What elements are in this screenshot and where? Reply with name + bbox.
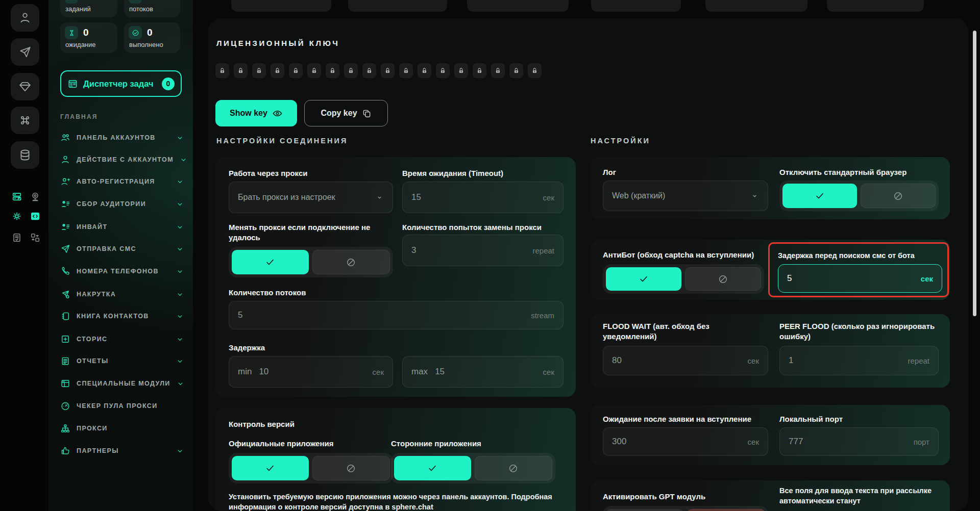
delay-min-input[interactable]: min 10 сек (229, 356, 393, 388)
chevron-icon (180, 156, 187, 164)
sidebar-item-label: АВТО-РЕГИСТРАЦИЯ (77, 178, 170, 185)
top-tab-5[interactable] (705, 0, 807, 12)
gpt-off-button[interactable] (687, 509, 766, 511)
top-tab-1[interactable] (231, 0, 331, 12)
show-key-button[interactable]: Show key (215, 100, 297, 126)
license-key-title: ЛИЦЕНЗИОННЫЙ КЛЮЧ (216, 39, 339, 47)
rail-database-button[interactable] (11, 141, 39, 169)
official-apps-label: Официальные приложения (229, 439, 333, 449)
lock-icon (491, 63, 505, 78)
sidebar-item-9[interactable]: КНИГА КОНТАКТОВ (60, 310, 184, 323)
copy-key-button[interactable]: Copy key (304, 100, 388, 126)
rail-mini-code-button[interactable] (29, 211, 41, 223)
version-control-card: Контроль версий Официальные приложения С… (215, 408, 576, 511)
sidebar-item-15[interactable]: ПАРТНЕРЫ (60, 444, 184, 457)
sidebar-item-12[interactable]: СПЕЦИАЛЬНЫЕ МОДУЛИ (60, 377, 184, 390)
log-card: Лог Web (краткий) Отключить стандартный … (591, 157, 950, 219)
official-apps-on-button[interactable] (232, 456, 309, 480)
delay-max-input[interactable]: max 15 сек (402, 356, 564, 388)
threads-value: 5 (238, 310, 242, 320)
vertical-scrollbar[interactable] (973, 31, 976, 316)
lock-icon (494, 67, 502, 74)
join-wait-input[interactable]: 300 сек (603, 427, 768, 456)
rail-mini-swap-button[interactable] (29, 232, 41, 244)
top-tab-3[interactable] (467, 0, 569, 12)
sidebar-item-3[interactable]: АВТО-РЕГИСТРАЦИЯ (60, 175, 184, 188)
rail-mini-webcam-button[interactable] (29, 191, 41, 203)
thirdparty-apps-off-button[interactable] (475, 456, 553, 480)
switch-proxy-on-button[interactable] (232, 250, 309, 274)
rail-mini-server-button[interactable] (11, 191, 23, 203)
webcam-icon (30, 191, 41, 202)
lock-icon (454, 63, 468, 78)
app-root: 0заданий0потоков0ожидание0выполнено Дисп… (0, 0, 980, 511)
official-apps-off-button[interactable] (312, 456, 390, 480)
sidebar-item-label: СТОРИС (77, 336, 170, 343)
task-manager-icon (67, 79, 78, 89)
sidebar-item-14[interactable]: ПРОКСИ (60, 422, 184, 435)
task-manager-button[interactable]: Диспетчер задач 0 (60, 70, 182, 97)
sidebar-item-6[interactable]: ОТПРАВКА СМС (60, 242, 184, 256)
top-tab-6[interactable] (827, 0, 924, 12)
sidebar-item-1[interactable]: ПАНЕЛЬ АККАУНТОВ (60, 131, 184, 144)
sms-delay-input[interactable]: 5 сек (778, 264, 942, 293)
sidebar-item-4[interactable]: СБОР АУДИТОРИИ (60, 197, 184, 211)
peer-flood-input[interactable]: 1 repeat (779, 346, 939, 375)
sidebar-item-2[interactable]: ДЕЙСТВИЕ С АККАУНТОМ (60, 153, 184, 166)
clipboard-icon (68, 0, 76, 1)
sidebar-item-13[interactable]: ЧЕКЕР ПУЛА ПРОКСИ (60, 399, 184, 413)
rail-command-button[interactable] (11, 107, 39, 134)
sidebar-item-8[interactable]: НАКРУТКА (60, 288, 184, 301)
rail-mini-doc-check-button[interactable] (11, 232, 23, 244)
sidebar-item-label: ОТПРАВКА СМС (77, 245, 170, 252)
lock-icon (215, 63, 229, 78)
proxy-mode-select[interactable]: Брать прокси из настроек (229, 182, 393, 213)
thirdparty-apps-on-button[interactable] (394, 456, 471, 480)
stat-card-заданий: 0заданий (60, 0, 117, 17)
sidebar-item-11[interactable]: ОТЧЕТЫ (60, 354, 184, 368)
prohibit-icon (346, 463, 356, 474)
proxy-mode-value: Брать прокси из настроек (238, 193, 335, 202)
check-icon (814, 190, 825, 201)
antibot-on-button[interactable] (606, 267, 681, 291)
lock-icon (362, 63, 376, 78)
task-manager-label: Диспетчер задач (83, 79, 157, 89)
timeout-value: 15 (411, 192, 421, 202)
rail-mini-gear-button[interactable] (11, 211, 23, 223)
gpt-on-button[interactable] (606, 509, 683, 511)
prohibit-icon (718, 274, 728, 285)
top-tab-2[interactable] (348, 0, 447, 12)
sms-delay-label: Задержка перед поиском смс от бота (778, 251, 915, 261)
lock-icon (528, 63, 542, 78)
settings-title: НАСТРОЙКИ (591, 137, 650, 145)
stat-value: 0 (83, 0, 89, 3)
sidebar-item-10[interactable]: СТОРИС (60, 333, 184, 346)
lock-icon (399, 63, 413, 78)
rail-send-button[interactable] (11, 38, 39, 66)
rail-user-button[interactable] (11, 4, 39, 32)
sidebar-item-7[interactable]: НОМЕРА ТЕЛЕФОНОВ (60, 265, 184, 278)
sidebar-item-5[interactable]: ИНВАЙТ (60, 220, 184, 234)
threads-label: Количество потоков (229, 288, 306, 298)
threads-input[interactable]: 5 stream (229, 301, 564, 329)
antibot-off-button[interactable] (685, 267, 762, 291)
top-tab-4[interactable] (591, 0, 681, 12)
local-port-input[interactable]: 777 порт (779, 427, 939, 456)
users-icon (60, 133, 70, 143)
stat-icon-chip (65, 0, 78, 4)
sidebar-item-label: ОТЧЕТЫ (77, 357, 170, 365)
rail-diamond-button[interactable] (11, 73, 39, 100)
join-wait-label: Ожидание после заявки на вступление (603, 414, 751, 424)
retry-input[interactable]: 3 repeat (402, 235, 564, 266)
disable-browser-off-button[interactable] (861, 184, 936, 208)
lock-icon (234, 63, 248, 78)
flood-wait-input[interactable]: 80 сек (603, 346, 768, 375)
chevron-icon (176, 134, 184, 142)
disable-browser-on-button[interactable] (782, 184, 857, 208)
flood-wait-value: 80 (612, 355, 622, 366)
switch-proxy-off-button[interactable] (312, 250, 390, 274)
lock-icon (307, 63, 321, 78)
log-select[interactable]: Web (краткий) (603, 181, 768, 211)
sidebar-item-label: ЧЕКЕР ПУЛА ПРОКСИ (77, 402, 184, 410)
timeout-input[interactable]: 15 сек (402, 182, 564, 213)
